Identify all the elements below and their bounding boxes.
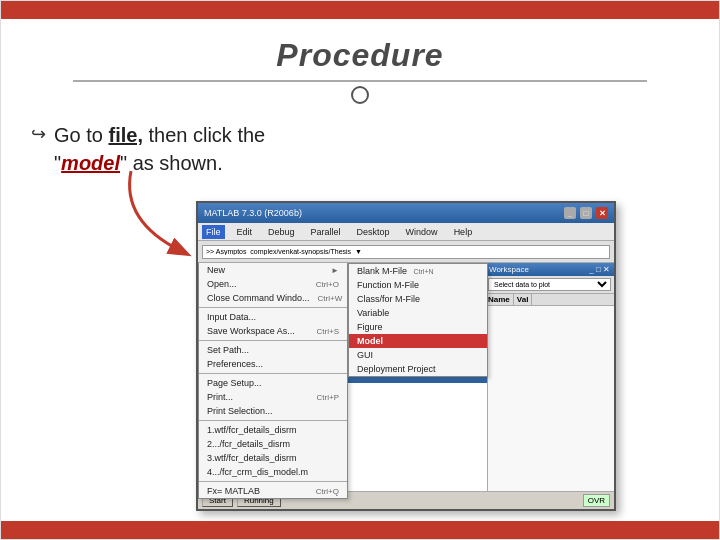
title-area: Procedure xyxy=(1,19,719,104)
workspace-title: Workspace _ □ ✕ xyxy=(485,263,614,276)
bottom-banner xyxy=(1,521,719,539)
separator-1 xyxy=(199,307,347,308)
submenu-variable[interactable]: Variable xyxy=(349,306,487,320)
toolbar-path-input[interactable] xyxy=(202,245,610,259)
matlab-title: MATLAB 7.3.0 (R2006b) xyxy=(204,208,560,218)
slide-container: Procedure ↪ Go to file, then click the "… xyxy=(0,0,720,540)
menu-new[interactable]: New ► xyxy=(199,263,347,277)
top-banner xyxy=(1,1,719,19)
separator-3 xyxy=(199,373,347,374)
matlab-toolbar xyxy=(198,241,614,263)
ovr-indicator: OVR xyxy=(583,494,610,507)
submenu-deployment[interactable]: Deployment Project xyxy=(349,362,487,376)
slide-title: Procedure xyxy=(1,37,719,74)
separator-2 xyxy=(199,340,347,341)
matlab-menubar: File Edit Debug Parallel Desktop Window … xyxy=(198,223,614,241)
workspace-toolbar: Select data to plot xyxy=(485,276,614,294)
bullet-text-1: Go to file, then click the "model" as sh… xyxy=(54,121,265,177)
separator-5 xyxy=(199,481,347,482)
menu-print-selection[interactable]: Print Selection... xyxy=(199,404,347,418)
title-divider xyxy=(73,80,647,82)
workspace-dropdown[interactable]: Select data to plot xyxy=(488,278,611,291)
recent-2[interactable]: 2.../fcr_details_disrm xyxy=(199,437,347,451)
submenu-blank-m[interactable]: Blank M-File Ctrl+N xyxy=(349,264,487,278)
submenu-function-m[interactable]: Function M-File xyxy=(349,278,487,292)
content-area: ↪ Go to file, then click the "model" as … xyxy=(31,121,689,183)
workspace-table-header: Name Val xyxy=(485,294,614,306)
menu-parallel[interactable]: Parallel xyxy=(307,225,345,239)
menu-close-cmd[interactable]: Close Command Windo... Ctrl+W xyxy=(199,291,347,305)
menu-exit[interactable]: Fx= MATLAB Ctrl+Q xyxy=(199,484,347,498)
separator-4 xyxy=(199,420,347,421)
workspace-col-val: Val xyxy=(514,294,533,305)
bullet-mid: then click the xyxy=(143,124,265,146)
submenu-model[interactable]: Model xyxy=(349,334,487,348)
recent-1[interactable]: 1.wtf/fcr_details_disrm xyxy=(199,423,347,437)
menu-help[interactable]: Help xyxy=(450,225,477,239)
workspace-label: Workspace xyxy=(489,265,529,274)
menu-edit[interactable]: Edit xyxy=(233,225,257,239)
new-submenu: Blank M-File Ctrl+N Function M-File Clas… xyxy=(348,263,488,377)
menu-save-workspace[interactable]: Save Workspace As... Ctrl+S xyxy=(199,324,347,338)
circle-bullet xyxy=(351,86,369,104)
file-dropdown: New ► Open... Ctrl+O Close Command Windo… xyxy=(198,263,348,499)
matlab-titlebar: MATLAB 7.3.0 (R2006b) _ □ ✕ xyxy=(198,203,614,223)
bullet-model: model xyxy=(61,152,120,174)
bullet-prefix: Go to xyxy=(54,124,108,146)
close-button[interactable]: ✕ xyxy=(596,207,608,219)
menu-open[interactable]: Open... Ctrl+O xyxy=(199,277,347,291)
matlab-screenshot: MATLAB 7.3.0 (R2006b) _ □ ✕ File Edit De… xyxy=(196,201,616,511)
menu-preferences[interactable]: Preferences... xyxy=(199,357,347,371)
recent-3[interactable]: 3.wtf/fcr_details_disrm xyxy=(199,451,347,465)
submenu-gui[interactable]: GUI xyxy=(349,348,487,362)
bullet-suffix: " as shown. xyxy=(120,152,223,174)
submenu-figure[interactable]: Figure xyxy=(349,320,487,334)
bullet-file: file, xyxy=(108,124,142,146)
workspace-controls: _ □ ✕ xyxy=(589,265,610,274)
menu-print[interactable]: Print... Ctrl+P xyxy=(199,390,347,404)
workspace-panel: Workspace _ □ ✕ Select data to plot Name… xyxy=(484,263,614,511)
workspace-col-name: Name xyxy=(485,294,514,305)
recent-4[interactable]: 4.../fcr_crm_dis_model.m xyxy=(199,465,347,479)
menu-file[interactable]: File xyxy=(202,225,225,239)
menu-desktop[interactable]: Desktop xyxy=(353,225,394,239)
menu-window[interactable]: Window xyxy=(402,225,442,239)
minimize-button[interactable]: _ xyxy=(564,207,576,219)
bullet-line-1: ↪ Go to file, then click the "model" as … xyxy=(31,121,689,177)
menu-set-path[interactable]: Set Path... xyxy=(199,343,347,357)
submenu-class-m[interactable]: Class/for M-File xyxy=(349,292,487,306)
maximize-button[interactable]: □ xyxy=(580,207,592,219)
bullet-icon: ↪ xyxy=(31,123,46,145)
menu-debug[interactable]: Debug xyxy=(264,225,299,239)
menu-page-setup[interactable]: Page Setup... xyxy=(199,376,347,390)
menu-input-data[interactable]: Input Data... xyxy=(199,310,347,324)
